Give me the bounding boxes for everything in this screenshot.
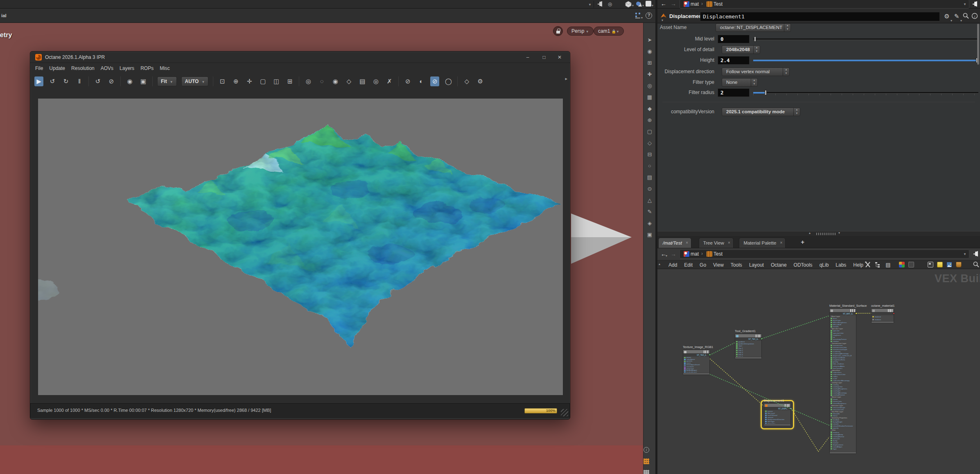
gear-icon[interactable]: ⚙: [943, 13, 951, 20]
network-menu-item[interactable]: Layout: [749, 262, 764, 268]
param-input-dot[interactable]: [831, 341, 832, 342]
param-input-dot[interactable]: [736, 347, 738, 349]
auto-dropdown[interactable]: AUTO▼: [181, 76, 209, 86]
pin-icon[interactable]: [597, 0, 604, 9]
rings-icon[interactable]: ◎: [606, 0, 614, 8]
param-input-dot[interactable]: [765, 411, 767, 412]
list-view-icon[interactable]: ▤: [885, 261, 892, 268]
viewport-tool-icon[interactable]: ⊕: [644, 117, 656, 123]
param-input-dot[interactable]: [831, 400, 832, 402]
sticky-note-icon[interactable]: [937, 262, 943, 267]
network-menu-item[interactable]: Help: [853, 262, 863, 268]
filter-radius-slider[interactable]: [753, 92, 978, 94]
param-input-dot[interactable]: [831, 353, 832, 355]
node-header[interactable]: [872, 309, 894, 312]
node-flags-icon[interactable]: [888, 309, 893, 312]
param-input-dot[interactable]: [872, 319, 874, 321]
node-flags-icon[interactable]: [850, 309, 856, 312]
viewport-tool-icon[interactable]: △: [644, 197, 656, 203]
param-input-dot[interactable]: [831, 345, 832, 346]
new-window-icon[interactable]: [928, 262, 933, 267]
breadcrumb[interactable]: mat › Test ▼: [680, 0, 969, 9]
spinner-icon[interactable]: ▲▼: [751, 79, 757, 86]
mid-level-slider[interactable]: [753, 38, 978, 40]
param-input-dot[interactable]: [831, 334, 832, 336]
viewport-tool-icon[interactable]: ◎: [644, 83, 656, 89]
persp-view-button[interactable]: Persp ▼: [567, 27, 594, 36]
network-menu-item[interactable]: Octane: [771, 262, 787, 268]
network-menu-item[interactable]: ODTools: [794, 262, 813, 268]
param-input-dot[interactable]: [831, 330, 832, 332]
close-button[interactable]: ✕: [553, 54, 566, 61]
param-input-dot[interactable]: [831, 415, 832, 417]
param-input-dot[interactable]: [831, 326, 832, 328]
node-flags-icon[interactable]: [785, 404, 790, 407]
param-input-dot[interactable]: [831, 355, 832, 357]
param-input-dot[interactable]: [736, 352, 738, 353]
param-input-dot[interactable]: [684, 357, 686, 359]
asset-name-dropdown[interactable]: octane::NT_DISPLACEMENT▲▼: [716, 23, 791, 32]
param-input-dot[interactable]: [831, 363, 832, 365]
chevron-down-icon[interactable]: ▾: [951, 19, 952, 22]
param-input-dot[interactable]: [684, 366, 686, 368]
param-input-dot[interactable]: [831, 318, 832, 319]
param-input-dot[interactable]: [831, 367, 832, 369]
param-input-dot[interactable]: [736, 341, 738, 343]
refresh-icon[interactable]: ↻: [61, 76, 70, 86]
network-menu-item[interactable]: Labs: [835, 262, 846, 268]
param-input-dot[interactable]: [831, 431, 832, 433]
info-icon[interactable]: i: [971, 13, 978, 20]
param-input-dot[interactable]: [831, 398, 832, 400]
param-input-dot[interactable]: [684, 370, 686, 372]
pin-icon[interactable]: [973, 250, 980, 259]
network-menu-item[interactable]: View: [713, 262, 724, 268]
param-input-dot[interactable]: [831, 442, 832, 444]
param-input-dot[interactable]: [831, 324, 832, 326]
node-material_standard[interactable]: NT_MAT_S..Base LayerbasebaseColordiffuse…: [829, 308, 856, 454]
param-input-dot[interactable]: [831, 409, 832, 411]
shapes-icon[interactable]: [635, 0, 643, 9]
param-input-dot[interactable]: [831, 434, 832, 435]
pan-icon[interactable]: ✛: [245, 76, 254, 86]
clay-mode-icon[interactable]: ⊘: [430, 76, 439, 86]
ipr-menu-item[interactable]: Layers: [120, 65, 134, 71]
search-icon[interactable]: [973, 261, 980, 268]
pick-wand-icon[interactable]: ✗: [385, 76, 394, 86]
add-tab-button[interactable]: +: [801, 238, 804, 245]
close-icon[interactable]: ×: [728, 238, 730, 248]
param-input-dot[interactable]: [765, 415, 767, 416]
height-field[interactable]: 2.4: [718, 56, 750, 65]
breadcrumb-child[interactable]: Test: [714, 251, 723, 257]
param-input-dot[interactable]: [831, 322, 832, 323]
param-input-dot[interactable]: [831, 388, 832, 390]
param-input-dot[interactable]: [831, 386, 832, 388]
octane-ipr-window[interactable]: Octane 2026.1.Alpha 3 IPR – □ ✕ FileUpda…: [30, 51, 570, 420]
ipr-menu-item[interactable]: Update: [49, 65, 65, 71]
param-input-dot[interactable]: [831, 394, 832, 396]
network-editor[interactable]: VEX Builder Texture_Image_RGB1NT_TEX_2..…: [657, 269, 980, 474]
close-icon[interactable]: ×: [686, 238, 688, 248]
node-header[interactable]: [683, 350, 709, 354]
chevron-down-icon[interactable]: ▾: [838, 231, 840, 235]
param-input-dot[interactable]: [831, 357, 832, 359]
node-texture_image[interactable]: NT_TEX_2..powercolorSpacegammainvertline…: [683, 350, 710, 375]
viewport-tool-icon[interactable]: ✚: [644, 71, 656, 77]
pick-material-icon[interactable]: ◎: [304, 76, 313, 86]
param-input-dot[interactable]: [831, 378, 832, 380]
chevron-down-icon[interactable]: ▾: [662, 18, 663, 22]
param-input-dot[interactable]: [831, 384, 832, 386]
param-input-dot[interactable]: [831, 413, 832, 415]
param-input-dot[interactable]: [831, 423, 832, 425]
spinner-icon[interactable]: ▲▼: [753, 46, 760, 54]
toolbar-overflow-icon[interactable]: ▸: [565, 76, 567, 81]
param-input-dot[interactable]: [831, 446, 832, 448]
fit-dropdown[interactable]: Fit▼: [157, 76, 177, 86]
param-input-dot[interactable]: [831, 407, 832, 409]
spinner-icon[interactable]: ▲▼: [793, 108, 800, 116]
color-palette-icon[interactable]: [899, 262, 905, 267]
search-icon[interactable]: [962, 13, 969, 20]
slider-handle[interactable]: [754, 36, 756, 42]
viewport-tool-icon[interactable]: ⊟: [644, 151, 656, 157]
pane-splitter[interactable]: ▴ ▾: [657, 231, 980, 236]
lock-camera-button[interactable]: [553, 26, 563, 36]
